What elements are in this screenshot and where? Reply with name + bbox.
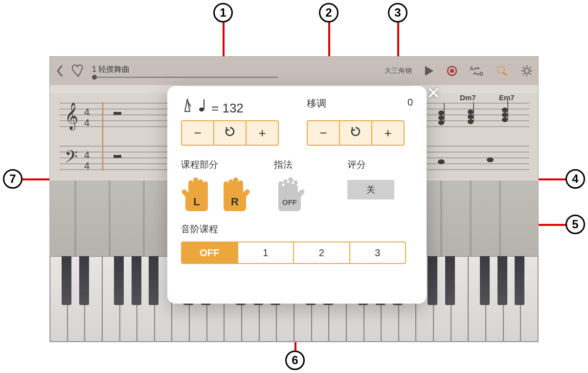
tempo-plus-button[interactable]: + (247, 121, 278, 145)
tempo-reset-button[interactable] (214, 121, 247, 145)
svg-point-31 (438, 159, 445, 164)
svg-point-38 (524, 68, 529, 73)
callout-3: 3 (388, 3, 407, 22)
step-lesson-segmented: OFF 1 2 3 (181, 241, 406, 264)
tempo-prefix: = (211, 101, 222, 115)
svg-point-50 (282, 184, 285, 186)
svg-point-53 (297, 184, 299, 186)
transpose-plus-button[interactable]: + (372, 121, 404, 145)
scoring-section: 评分 关 (347, 158, 394, 212)
tempo-stepper: − + (181, 120, 279, 146)
transpose-value: 0 (407, 97, 413, 110)
favorite-icon[interactable] (71, 65, 85, 77)
callout-4: 4 (565, 169, 585, 189)
svg-point-19 (438, 115, 444, 120)
scoring-toggle-button[interactable]: 关 (347, 180, 394, 199)
svg-point-20 (438, 110, 444, 115)
callout-1: 1 (213, 3, 233, 22)
svg-text:𝄞: 𝄞 (65, 102, 78, 131)
song-progress[interactable] (92, 77, 278, 78)
close-icon[interactable]: ✕ (427, 83, 440, 103)
svg-text:𝄢: 𝄢 (65, 147, 78, 170)
svg-text:4: 4 (84, 160, 90, 171)
song-title: 1 轻摆舞曲 (92, 65, 297, 75)
step-lesson-off[interactable]: OFF (182, 242, 238, 263)
svg-text:B: B (479, 71, 483, 77)
app-screen: 𝄞 𝄢 44 44 Dm7 Em7 (49, 56, 539, 342)
left-hand-letter: L (193, 196, 200, 208)
chord-label-dm7: Dm7 (460, 93, 476, 102)
svg-line-45 (523, 73, 524, 75)
svg-point-32 (487, 157, 494, 162)
tempo-value: 132 (222, 101, 243, 115)
callout-5: 5 (565, 215, 585, 234)
record-icon[interactable] (446, 65, 458, 77)
svg-text:4: 4 (84, 107, 90, 117)
fingering-toggle[interactable]: OFF (274, 177, 305, 212)
svg-point-25 (468, 119, 474, 124)
transpose-section: 移调 0 − + (307, 97, 413, 146)
callout-6: 6 (285, 351, 305, 370)
scoring-label: 评分 (347, 158, 394, 171)
step-lesson-3[interactable]: 3 (350, 242, 406, 263)
svg-rect-18 (113, 155, 121, 158)
svg-point-51 (287, 181, 290, 183)
svg-line-43 (523, 67, 524, 68)
quarter-note-icon (199, 98, 206, 112)
fingering-section: 指法 OFF (274, 158, 347, 212)
transpose-reset-button[interactable] (340, 121, 372, 145)
step-lesson-label: 音阶课程 (181, 223, 413, 236)
top-bar: 1 轻摆舞曲 大三角钢 AB (50, 57, 538, 85)
svg-rect-17 (113, 112, 121, 115)
lesson-part-section: 课程部分 L R (181, 158, 274, 212)
svg-point-27 (502, 112, 508, 117)
tempo-section: = 132 − + (181, 97, 287, 146)
svg-point-52 (292, 182, 294, 184)
left-hand-button[interactable]: L (181, 177, 212, 212)
instrument-label: 大三角钢 (384, 66, 412, 75)
settings-icon[interactable] (520, 65, 533, 77)
callout-7: 7 (3, 169, 23, 189)
step-lesson-2[interactable]: 2 (294, 242, 350, 263)
callout-2: 2 (319, 3, 339, 22)
guide-icon[interactable] (496, 65, 509, 77)
svg-point-24 (468, 110, 474, 114)
svg-text:4: 4 (84, 117, 90, 128)
transpose-label: 移调 (307, 97, 326, 110)
song-block: 1 轻摆舞曲 (92, 65, 297, 78)
svg-point-23 (468, 114, 474, 119)
step-lesson-1[interactable]: 1 (238, 242, 294, 263)
tempo-minus-button[interactable]: − (182, 121, 214, 145)
back-icon[interactable] (55, 64, 65, 78)
right-hand-letter: R (231, 196, 239, 208)
chord-label-em7: Em7 (499, 93, 515, 102)
step-lesson-section: 音阶课程 OFF 1 2 3 (181, 223, 413, 264)
svg-point-29 (502, 117, 508, 122)
right-hand-button[interactable]: R (219, 177, 250, 212)
svg-text:4: 4 (84, 150, 90, 160)
svg-text:A: A (470, 66, 474, 71)
transpose-minus-button[interactable]: − (308, 121, 340, 145)
svg-line-46 (529, 67, 531, 68)
svg-point-48 (199, 108, 204, 111)
fingering-label: 指法 (274, 158, 347, 171)
play-icon[interactable] (424, 65, 434, 77)
metronome-icon (181, 97, 194, 112)
lesson-part-label: 课程部分 (181, 158, 274, 171)
fingering-state: OFF (282, 198, 297, 206)
settings-popup: ✕ = 132 − + 移调 0 (167, 86, 427, 304)
svg-point-28 (502, 108, 508, 112)
svg-point-21 (438, 120, 444, 125)
svg-line-44 (529, 73, 531, 75)
ab-loop-icon[interactable]: AB (470, 65, 484, 77)
transpose-stepper: − + (307, 120, 405, 146)
svg-point-34 (450, 69, 454, 73)
